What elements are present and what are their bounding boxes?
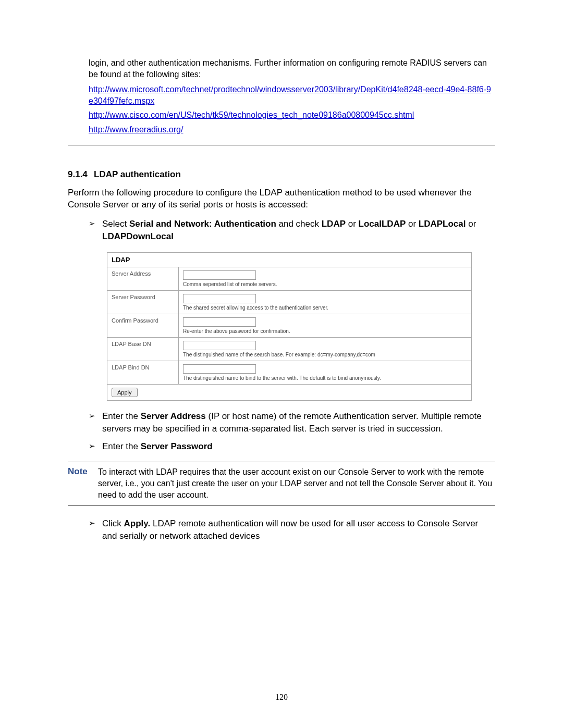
link-line: http://www.cisco.com/en/US/tech/tk59/tec… bbox=[89, 109, 495, 121]
table-row: LDAP Base DN The distinguished name of t… bbox=[107, 338, 472, 361]
divider bbox=[68, 145, 495, 145]
bullet-select-auth: Select Serial and Network: Authenticatio… bbox=[89, 218, 495, 243]
text: LDAP remote authentication will now be u… bbox=[102, 519, 478, 541]
text: Click bbox=[102, 519, 124, 528]
desc: Comma seperated list of remote servers. bbox=[183, 281, 467, 287]
table-row: Confirm Password Re-enter the above pass… bbox=[107, 314, 472, 338]
ldap-form-screenshot: LDAP Server Address Comma seperated list… bbox=[107, 252, 495, 401]
note-section: Note To interact with LDAP requires that… bbox=[68, 462, 495, 506]
text: Enter the bbox=[102, 411, 141, 421]
bullet-click-apply: Click Apply. LDAP remote authentication … bbox=[89, 517, 495, 542]
cell: Re-enter the above password for confirma… bbox=[179, 314, 472, 338]
link-microsoft[interactable]: http://www.microsoft.com/technet/prodtec… bbox=[89, 85, 491, 105]
note-text: To interact with LDAP requires that the … bbox=[98, 466, 495, 500]
bold-text: LDAPLocal bbox=[419, 219, 466, 229]
link-line: http://www.freeradius.org/ bbox=[89, 124, 495, 135]
document-page: login, and other authentication mechanis… bbox=[0, 0, 563, 728]
bold-text: LDAP bbox=[322, 219, 346, 229]
link-freeradius[interactable]: http://www.freeradius.org/ bbox=[89, 125, 183, 134]
desc: The distinguished name to bind to the se… bbox=[183, 375, 467, 381]
desc: Re-enter the above password for confirma… bbox=[183, 328, 467, 334]
bullet-server-password: Enter the Server Password bbox=[89, 440, 495, 453]
bullet-list-1: Select Serial and Network: Authenticatio… bbox=[89, 218, 495, 243]
text: or bbox=[406, 219, 419, 229]
ldap-bind-dn-input[interactable] bbox=[183, 364, 256, 374]
perform-paragraph: Perform the following procedure to confi… bbox=[68, 187, 495, 211]
apply-cell: Apply bbox=[107, 385, 472, 401]
apply-row: Apply bbox=[107, 385, 472, 401]
bold-text: LDAPDownLocal bbox=[102, 231, 174, 241]
section-number: 9.1.4 bbox=[68, 169, 94, 180]
table-row: LDAP Bind DN The distinguished name to b… bbox=[107, 361, 472, 385]
text: Select bbox=[102, 219, 129, 229]
ldap-form-table: LDAP Server Address Comma seperated list… bbox=[107, 252, 472, 401]
cell: The distinguished name to bind to the se… bbox=[179, 361, 472, 385]
bold-text: LocalLDAP bbox=[359, 219, 406, 229]
bold-text: Apply. bbox=[124, 519, 151, 528]
table-row: Server Address Comma seperated list of r… bbox=[107, 267, 472, 291]
text: Enter the bbox=[102, 441, 141, 451]
bullet-list-3: Click Apply. LDAP remote authentication … bbox=[89, 517, 495, 542]
confirm-password-input[interactable] bbox=[183, 317, 256, 327]
page-number: 120 bbox=[0, 693, 563, 702]
server-password-input[interactable] bbox=[183, 294, 256, 303]
bold-text: Server Address bbox=[141, 411, 206, 421]
desc: The distinguished name of the search bas… bbox=[183, 352, 467, 357]
text: or bbox=[466, 219, 476, 229]
label-confirm-password: Confirm Password bbox=[107, 314, 179, 338]
intro-paragraph: login, and other authentication mechanis… bbox=[89, 57, 495, 80]
table-row: Server Password The shared secret allowi… bbox=[107, 291, 472, 314]
label-server-password: Server Password bbox=[107, 291, 179, 314]
section-heading: 9.1.4 LDAP authentication bbox=[68, 169, 495, 180]
section-title-text: LDAP authentication bbox=[94, 169, 181, 180]
label-ldap-bind-dn: LDAP Bind DN bbox=[107, 361, 179, 385]
ldap-base-dn-input[interactable] bbox=[183, 341, 256, 350]
apply-button[interactable]: Apply bbox=[112, 388, 138, 397]
ldap-title-row: LDAP bbox=[107, 253, 472, 267]
bold-text: Server Password bbox=[141, 441, 213, 451]
link-cisco[interactable]: http://www.cisco.com/en/US/tech/tk59/tec… bbox=[89, 110, 414, 119]
link-line: http://www.microsoft.com/technet/prodtec… bbox=[89, 84, 495, 106]
text: and check bbox=[276, 219, 322, 229]
intro-block: login, and other authentication mechanis… bbox=[89, 57, 495, 135]
label-ldap-base-dn: LDAP Base DN bbox=[107, 338, 179, 361]
bullet-list-2: Enter the Server Address (IP or host nam… bbox=[89, 410, 495, 452]
server-address-input[interactable] bbox=[183, 270, 256, 280]
note-label: Note bbox=[68, 466, 98, 500]
text: or bbox=[346, 219, 359, 229]
cell: The shared secret allowing access to the… bbox=[179, 291, 472, 314]
desc: The shared secret allowing access to the… bbox=[183, 305, 467, 311]
cell: Comma seperated list of remote servers. bbox=[179, 267, 472, 291]
cell: The distinguished name of the search bas… bbox=[179, 338, 472, 361]
bullet-server-address: Enter the Server Address (IP or host nam… bbox=[89, 410, 495, 435]
ldap-title-cell: LDAP bbox=[107, 253, 472, 267]
bold-text: Serial and Network: Authentication bbox=[129, 219, 276, 229]
label-server-address: Server Address bbox=[107, 267, 179, 291]
